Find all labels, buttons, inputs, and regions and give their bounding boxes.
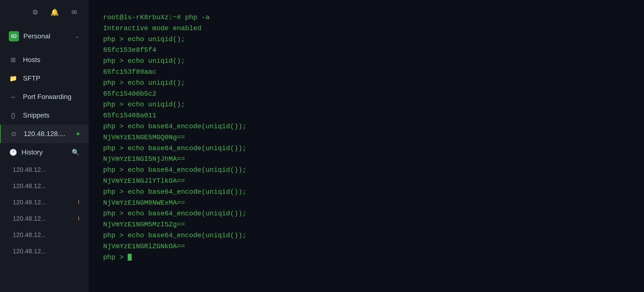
history-item-2[interactable]: 120.48.12... !: [0, 194, 88, 210]
terminal-line-9: php > echo uniqid();: [103, 99, 629, 110]
terminal-line-3: php > echo uniqid();: [103, 34, 629, 45]
terminal-line-21: php > echo base64_encode(uniqid());: [103, 230, 629, 241]
settings-icon[interactable]: ⚙: [30, 7, 40, 17]
workspace-selector[interactable]: IO Personal ⌄: [0, 27, 88, 46]
sidebar-top: ⚙ 🔔 ✉: [0, 0, 88, 24]
terminal-line-20: NjVmYzE1NGM5MzI5Zg==: [103, 219, 629, 230]
warning-icon-3: !: [78, 216, 80, 222]
history-item-label-4: 120.48.12...: [13, 231, 80, 239]
terminal-line-5: php > echo uniqid();: [103, 56, 629, 67]
terminal-line-15: php > echo base64_encode(uniqid());: [103, 165, 629, 176]
terminal-line-1: Interactive mode enabled: [103, 23, 629, 34]
sidebar-item-active-session[interactable]: ⊙ 120.48.128....: [0, 125, 88, 143]
sidebar-nav: ⊞ Hosts 📁 SFTP ↔ Port Forwarding {} Snip…: [0, 51, 88, 143]
terminal-line-22: NjVmYzE1NGRlZGNkOA==: [103, 241, 629, 252]
bell-icon[interactable]: 🔔: [49, 7, 60, 17]
chevron-down-icon: ⌄: [75, 33, 80, 39]
history-search-icon[interactable]: 🔍: [72, 149, 80, 156]
terminal-line-18: NjVmYzE1NGM0NWExMA==: [103, 198, 629, 209]
terminal-area[interactable]: root@ls-rK8rbuXz:~# php -aInteractive mo…: [88, 0, 644, 292]
active-indicator: [76, 132, 80, 135]
history-section: 🕐 History 🔍 120.48.12... 120.48.12... 12…: [0, 143, 88, 292]
terminal-line-23: php >: [103, 252, 629, 263]
terminal-line-8: 65fc15400b5c2: [103, 89, 629, 100]
history-item-label-0: 120.48.12...: [13, 166, 80, 173]
history-label: History: [22, 148, 68, 156]
terminal-icon: ⊙: [10, 130, 18, 138]
active-session-label: 120.48.128....: [24, 130, 65, 138]
terminal-cursor: [128, 254, 132, 261]
port-forwarding-icon: ↔: [9, 92, 18, 101]
terminal-line-4: 65fc153e8f5f4: [103, 45, 629, 56]
history-item-label-3: 120.48.12...: [13, 215, 75, 222]
terminal-line-17: php > echo base64_encode(uniqid());: [103, 187, 629, 198]
workspace-section: IO Personal ⌄: [0, 24, 88, 51]
history-item-1[interactable]: 120.48.12...: [0, 178, 88, 194]
terminal-line-12: NjVmYzE1NGE5MGQ0Ng==: [103, 132, 629, 143]
terminal-line-7: php > echo uniqid();: [103, 78, 629, 89]
terminal-line-11: php > echo base64_encode(uniqid());: [103, 121, 629, 132]
hosts-icon: ⊞: [9, 55, 18, 64]
terminal-line-13: php > echo base64_encode(uniqid());: [103, 143, 629, 154]
history-item-5[interactable]: 120.48.12...: [0, 243, 88, 259]
terminal-line-14: NjVmYzE1NGI5NjJhMA==: [103, 154, 629, 165]
history-item-3[interactable]: 120.48.12... !: [0, 210, 88, 227]
terminal-line-19: php > echo base64_encode(uniqid());: [103, 208, 629, 219]
history-item-label-2: 120.48.12...: [13, 199, 75, 206]
workspace-icon: IO: [9, 31, 19, 41]
history-item-4[interactable]: 120.48.12...: [0, 227, 88, 243]
hosts-label: Hosts: [23, 56, 40, 64]
sftp-icon: 📁: [9, 74, 18, 83]
history-icon: 🕐: [9, 148, 18, 157]
terminal-line-6: 65fc153f89aac: [103, 67, 629, 78]
terminal-line-10: 65fc15408a011: [103, 110, 629, 121]
sidebar-item-sftp[interactable]: 📁 SFTP: [0, 69, 88, 88]
history-item-0[interactable]: 120.48.12...: [0, 161, 88, 178]
sftp-label: SFTP: [23, 74, 40, 82]
history-item-label-1: 120.48.12...: [13, 182, 80, 190]
sidebar: ⚙ 🔔 ✉ IO Personal ⌄ ⊞ Hosts 📁 SFTP ↔ Por…: [0, 0, 88, 292]
mail-icon[interactable]: ✉: [69, 7, 80, 17]
sidebar-item-port-forwarding[interactable]: ↔ Port Forwarding: [0, 88, 88, 106]
workspace-label: Personal: [24, 32, 71, 40]
terminal-line-16: NjVmYzE1NGJlYTlkOA==: [103, 176, 629, 187]
sidebar-item-snippets[interactable]: {} Snippets: [0, 106, 88, 125]
history-header[interactable]: 🕐 History 🔍: [0, 143, 88, 161]
snippets-icon: {}: [9, 111, 18, 120]
warning-icon-2: !: [78, 199, 80, 206]
terminal-line-0: root@ls-rK8rbuXz:~# php -a: [103, 12, 629, 23]
port-forwarding-label: Port Forwarding: [23, 93, 72, 101]
snippets-label: Snippets: [23, 112, 50, 119]
history-item-label-5: 120.48.12...: [13, 248, 80, 255]
sidebar-item-hosts[interactable]: ⊞ Hosts: [0, 51, 88, 69]
